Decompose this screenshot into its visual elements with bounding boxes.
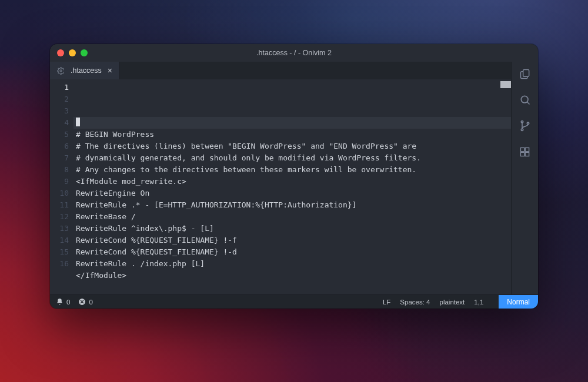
code-line[interactable]: # dynamically generated, and should only… (76, 152, 507, 164)
line-number: 1 (50, 82, 69, 93)
traffic-lights (57, 49, 88, 56)
errors-count: 0 (89, 299, 92, 306)
close-icon[interactable]: × (108, 66, 112, 75)
code-line[interactable]: RewriteCond %{REQUEST_FILENAME} !-d (76, 246, 507, 258)
files-icon[interactable] (519, 68, 532, 81)
code-line[interactable]: </IfModule> (76, 270, 507, 282)
code-line[interactable]: RewriteRule ^index\.php$ - [L] (76, 223, 507, 234)
line-number: 13 (50, 223, 69, 234)
notifications-count: 0 (66, 299, 70, 306)
svg-point-6 (527, 122, 529, 124)
code-line[interactable]: # The directives (lines) between "BEGIN … (76, 140, 507, 152)
text-cursor (76, 118, 80, 126)
minimize-window-button[interactable] (69, 49, 76, 56)
svg-rect-9 (520, 152, 524, 156)
extensions-icon[interactable] (519, 145, 532, 158)
line-number: 11 (50, 199, 69, 211)
svg-rect-8 (525, 148, 529, 151)
titlebar[interactable]: .htaccess - / - Onivim 2 (50, 44, 538, 62)
status-bar: 0 0 LF Spaces: 4 plaintext 1,1 Normal (50, 294, 538, 309)
cursor-position[interactable]: 1,1 (474, 299, 489, 306)
line-number: 3 (50, 105, 69, 117)
close-window-button[interactable] (57, 49, 64, 56)
search-icon[interactable] (519, 93, 532, 106)
line-number: 10 (50, 187, 69, 199)
line-number: 16 (50, 258, 69, 270)
line-number: 7 (50, 152, 69, 164)
line-number: 2 (50, 93, 69, 105)
tab-htaccess[interactable]: .htaccess × (50, 62, 120, 79)
svg-rect-7 (520, 148, 524, 151)
code-line[interactable]: <IfModule mod_rewrite.c> (76, 176, 507, 187)
line-number: 12 (50, 211, 69, 223)
window-title: .htaccess - / - Onivim 2 (50, 49, 538, 57)
code-line[interactable]: # BEGIN WordPress (76, 129, 507, 140)
line-number: 9 (50, 176, 69, 187)
language-indicator[interactable]: plaintext (439, 299, 465, 306)
svg-rect-10 (525, 152, 529, 156)
error-icon (78, 298, 86, 306)
vim-mode-indicator[interactable]: Normal (499, 295, 538, 309)
line-number: 5 (50, 129, 69, 140)
indent-indicator[interactable]: Spaces: 4 (400, 299, 430, 306)
code-line[interactable]: RewriteBase / (76, 211, 507, 223)
line-number: 14 (50, 234, 69, 246)
eol-indicator[interactable]: LF (383, 299, 390, 306)
svg-point-4 (521, 121, 523, 123)
line-number: 4 (50, 117, 69, 129)
code-area[interactable]: # BEGIN WordPress# The directives (lines… (74, 79, 511, 294)
code-line[interactable]: # Any changes to the directives between … (76, 164, 507, 176)
tab-label: .htaccess (71, 66, 102, 75)
line-number-gutter: 12345678910111213141516 (50, 79, 74, 294)
code-line[interactable]: RewriteRule . /index.php [L] (76, 258, 507, 270)
editor-area[interactable]: 12345678910111213141516 # BEGIN WordPres… (50, 79, 511, 294)
editor-window: .htaccess - / - Onivim 2 .htaccess × 123… (50, 44, 538, 309)
line-number: 15 (50, 246, 69, 258)
bell-icon (56, 298, 64, 306)
svg-line-3 (527, 102, 529, 105)
line-number: 6 (50, 140, 69, 152)
svg-rect-1 (523, 70, 529, 77)
tab-bar: .htaccess × (50, 62, 511, 79)
svg-point-5 (521, 129, 523, 130)
svg-point-2 (521, 96, 528, 103)
code-line[interactable] (74, 117, 511, 129)
git-branch-icon[interactable] (519, 119, 532, 132)
code-line[interactable]: RewriteRule .* - [E=HTTP_AUTHORIZATION:%… (76, 199, 507, 211)
zoom-window-button[interactable] (81, 49, 88, 56)
code-line[interactable]: RewriteCond %{REQUEST_FILENAME} !-f (76, 234, 507, 246)
activity-bar (511, 62, 538, 294)
errors-indicator[interactable]: 0 (78, 298, 92, 306)
notifications-indicator[interactable]: 0 (56, 298, 70, 306)
code-line[interactable]: # END WordPress (76, 293, 507, 294)
code-line[interactable] (76, 282, 507, 293)
gear-icon (57, 67, 65, 75)
svg-point-0 (60, 69, 62, 71)
line-number: 8 (50, 164, 69, 176)
minimap[interactable] (500, 81, 511, 88)
code-line[interactable]: RewriteEngine On (76, 187, 507, 199)
